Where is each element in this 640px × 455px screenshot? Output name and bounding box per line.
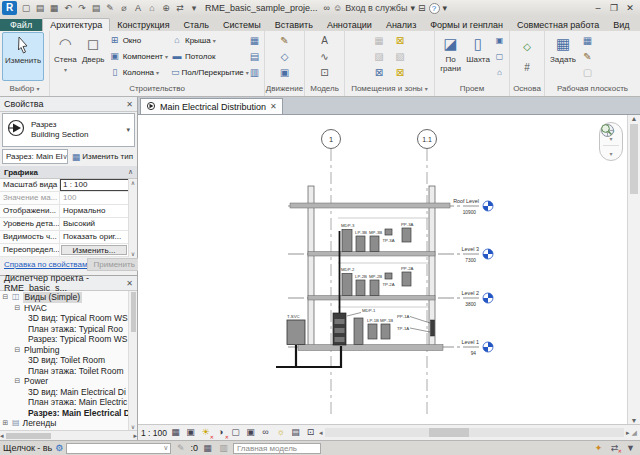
apply-button[interactable]: Применить	[87, 258, 140, 271]
aligned-dimension-icon[interactable]: ⌀	[117, 3, 131, 13]
close-button[interactable]: ✕	[622, 3, 638, 13]
scroll-up-icon[interactable]: ∧	[129, 179, 137, 186]
help-icon[interactable]: ?	[429, 3, 440, 14]
canvas-vscrollbar[interactable]: ▲ ▼	[627, 115, 640, 424]
background-processes-icon[interactable]: ▥	[217, 443, 230, 453]
tag-area-icon[interactable]: ⊠	[393, 65, 408, 80]
roof-button[interactable]: ⌂Крыша▾	[170, 32, 246, 48]
curtain-grid-icon[interactable]: ▤	[247, 49, 262, 64]
door-button[interactable]: ◻ Дверь	[80, 32, 107, 81]
reveal-constraints-icon[interactable]: ⊡	[304, 426, 317, 439]
tree-item[interactable]: 3D вид: Toilet Room	[2, 355, 137, 366]
restore-button[interactable]: ❐	[606, 3, 622, 13]
prop-value[interactable]: 1 : 100	[60, 179, 137, 191]
minimize-button[interactable]: –	[590, 3, 606, 13]
shaft-button[interactable]: ▯ Шахта	[465, 32, 491, 81]
panel-select-label[interactable]: Выбор ▾	[0, 82, 49, 95]
active-model-box[interactable]: Главная модель	[233, 443, 321, 454]
tree-item[interactable]: План этажа: Main Electric	[2, 397, 137, 408]
tree-item-power[interactable]: ⊟Power	[2, 376, 137, 387]
revit-logo-icon[interactable]: R	[2, 1, 17, 15]
tab-insert[interactable]: Вставить	[268, 19, 320, 31]
level2-equipment[interactable]: MDP-2 LP-2B MP-2B TP-2A PP-2A	[341, 266, 414, 296]
scroll-up-icon[interactable]: ▲	[631, 115, 638, 122]
area-icon[interactable]: ⊠	[393, 33, 408, 48]
level-icon[interactable]: ◇	[520, 39, 535, 54]
tab-annotate[interactable]: Аннотации	[320, 19, 379, 31]
scroll-right-icon[interactable]: ▸	[626, 429, 630, 437]
scroll-left-icon[interactable]: ◂	[0, 432, 4, 440]
canvas-hscrollbar[interactable]: ◂ ▸ ◢	[319, 425, 637, 440]
scale-label[interactable]: 1 : 100	[141, 428, 167, 438]
selection-filter-icon[interactable]: ▼	[624, 443, 637, 453]
edit-type-button[interactable]: ▦Изменить тип	[70, 152, 135, 162]
instance-combo[interactable]: Разрез: Main El∨	[2, 149, 68, 164]
set-workplane-button[interactable]: ▦ Задать	[547, 32, 579, 81]
scroll-down-icon[interactable]: ▼	[631, 417, 638, 424]
tab-structure[interactable]: Конструкция	[110, 19, 176, 31]
scroll-thumb[interactable]	[131, 292, 136, 332]
scroll-down-icon[interactable]: ∨	[129, 250, 137, 257]
tree-item-current-view[interactable]: Разрез: Main Electrical D	[2, 408, 137, 419]
tab-architecture[interactable]: Архитектура	[42, 18, 110, 31]
text-icon[interactable]: A	[131, 3, 145, 13]
section-icon[interactable]: ⊕	[159, 3, 173, 13]
level3-equipment[interactable]: MDP-3 LP-3B MP-3B TP-3A PP-3A	[341, 222, 414, 252]
tab-systems[interactable]: Системы	[216, 19, 268, 31]
group-collapse-icon[interactable]: ∧	[128, 168, 133, 176]
type-selector[interactable]: Разрез Building Section ▾	[2, 113, 135, 147]
search-icon[interactable]: ∞	[324, 3, 330, 13]
scroll-thumb[interactable]	[6, 433, 51, 439]
show-workplane-icon[interactable]: ▦	[580, 33, 595, 48]
curtain-system-icon[interactable]: ▦	[247, 33, 262, 48]
drawing-area[interactable]: 1 1.1 Roof Level	[138, 114, 640, 424]
temporary-view-properties-icon[interactable]: ▤	[289, 426, 302, 439]
save-icon[interactable]: ▦	[47, 3, 61, 13]
wall-button[interactable]: ◠ Стена ▾	[52, 32, 79, 81]
view-tab-active[interactable]: Main Electrical Distribution ✕	[140, 98, 283, 114]
section-drawing[interactable]: 1 1.1 Roof Level	[138, 115, 627, 424]
grid-icon[interactable]: #	[520, 60, 535, 75]
ceiling-button[interactable]: ▬Потолок	[170, 48, 246, 64]
scroll-down-icon[interactable]: ∨	[129, 423, 137, 430]
tree-item[interactable]: План этажа: Toilet Room	[2, 366, 137, 377]
prop-row-detail-level[interactable]: Уровень дета... Высокий	[0, 218, 137, 231]
tree-item[interactable]: Разрез: Typical Room WS	[2, 334, 137, 345]
redo-icon[interactable]: ↷	[75, 3, 89, 13]
prop-value[interactable]: Высокий	[60, 218, 137, 230]
model-group-icon[interactable]: ⊡	[317, 65, 332, 80]
crop-view-icon[interactable]: ▢	[229, 426, 242, 439]
temporary-hide-isolate-icon[interactable]: ∞	[259, 426, 272, 439]
tree-item-hvac[interactable]: ⊟HVAC	[2, 303, 137, 314]
prop-value[interactable]: Нормально	[60, 205, 137, 217]
status-gear-icon[interactable]: ⚙	[55, 443, 63, 453]
tab-analyze[interactable]: Анализ	[379, 19, 423, 31]
area-boundary-icon[interactable]: ▧	[393, 49, 408, 64]
reveal-hidden-elements-icon[interactable]: ☼	[274, 426, 287, 439]
app-store-icon[interactable]: ⊟	[418, 3, 426, 13]
tab-massing-site[interactable]: Формы и генплан	[423, 19, 510, 31]
press-drag-icon[interactable]: ▦	[201, 443, 214, 453]
design-options-combo[interactable]: ∨	[66, 443, 171, 454]
panel-rooms-label[interactable]: Помещения и зоны ▾	[345, 82, 434, 95]
view-tab-close-icon[interactable]: ✕	[270, 102, 277, 111]
prop-row-parts-visibility[interactable]: Видимость ч... Показать ориг...	[0, 231, 137, 244]
group-graphics[interactable]: Графика ∧	[0, 166, 137, 179]
default-3d-view-icon[interactable]: ⌂	[145, 3, 159, 13]
filter-icon[interactable]: ✎	[174, 443, 187, 453]
scroll-thumb[interactable]	[429, 428, 469, 437]
worksets-icon[interactable]: ✦	[592, 443, 605, 453]
grid-bubble-1-1[interactable]: 1.1	[418, 130, 437, 149]
scroll-right-icon[interactable]: ▸	[133, 432, 137, 440]
room-icon[interactable]: ▦	[372, 33, 387, 48]
measure-icon[interactable]: ✎	[103, 3, 117, 13]
dormer-opening-icon[interactable]: ⌂	[492, 65, 507, 80]
component-button[interactable]: ▣Компонент▾	[108, 48, 169, 64]
zoom-menu-icon[interactable]: ▾	[609, 150, 612, 157]
print-icon[interactable]: ▤	[89, 3, 103, 13]
resize-grip-icon[interactable]: ◢	[632, 429, 637, 437]
tree-item-views-root[interactable]: ⊟◫Виды (Simple)	[2, 292, 137, 303]
sun-path-icon[interactable]: ☀✕	[199, 426, 212, 439]
switch-windows-icon[interactable]: ⇄	[173, 3, 187, 13]
browser-tree-scrollbar[interactable]: ∨	[128, 291, 137, 430]
